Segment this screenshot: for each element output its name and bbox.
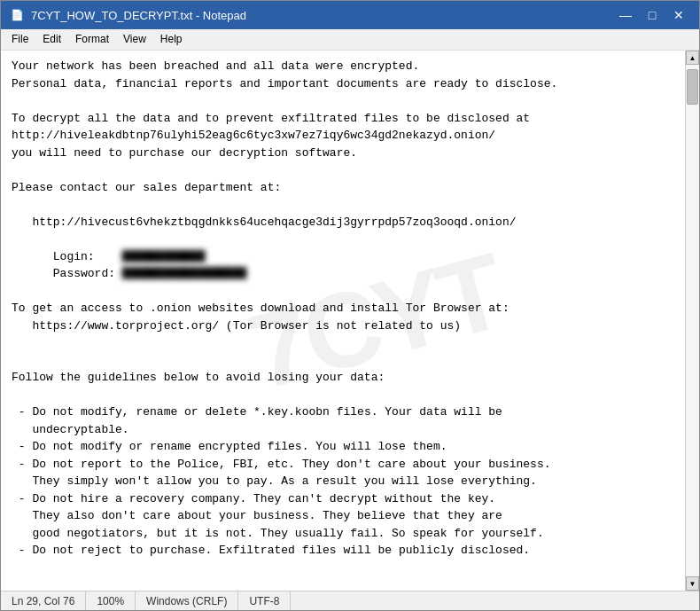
title-bar-controls: — □ ✕ <box>614 6 690 24</box>
content-area: 7CYT Your network has been breached and … <box>1 51 699 591</box>
encoding: UTF-8 <box>238 591 291 610</box>
maximize-button[interactable]: □ <box>641 6 664 24</box>
menu-file[interactable]: File <box>4 31 35 48</box>
cursor-position: Ln 29, Col 76 <box>1 591 86 610</box>
scroll-track[interactable] <box>686 65 699 576</box>
window-title: 7CYT_HOW_TO_DECRYPT.txt - Notepad <box>31 9 246 22</box>
menu-view[interactable]: View <box>116 31 153 48</box>
title-bar-left: 📄 7CYT_HOW_TO_DECRYPT.txt - Notepad <box>10 8 246 22</box>
menu-format[interactable]: Format <box>68 31 116 48</box>
vertical-scrollbar[interactable]: ▲ ▼ <box>685 51 699 591</box>
line-ending: Windows (CRLF) <box>136 591 238 610</box>
scroll-thumb[interactable] <box>687 69 698 105</box>
menu-help[interactable]: Help <box>153 31 190 48</box>
app-icon: 📄 <box>10 8 24 22</box>
notepad-window: 📄 7CYT_HOW_TO_DECRYPT.txt - Notepad — □ … <box>0 0 700 611</box>
menu-edit[interactable]: Edit <box>35 31 68 48</box>
text-editor[interactable]: Your network has been breached and all d… <box>1 51 685 591</box>
status-bar: Ln 29, Col 76 100% Windows (CRLF) UTF-8 <box>1 591 699 610</box>
login-value: ████████████ <box>122 250 206 263</box>
title-bar: 📄 7CYT_HOW_TO_DECRYPT.txt - Notepad — □ … <box>1 1 699 29</box>
scroll-up-button[interactable]: ▲ <box>686 51 699 65</box>
minimize-button[interactable]: — <box>614 6 637 24</box>
zoom-level: 100% <box>86 591 136 610</box>
close-button[interactable]: ✕ <box>667 6 690 24</box>
scroll-down-button[interactable]: ▼ <box>686 576 699 591</box>
password-value: ██████████████████ <box>122 267 246 280</box>
menu-bar: File Edit Format View Help <box>1 29 699 51</box>
